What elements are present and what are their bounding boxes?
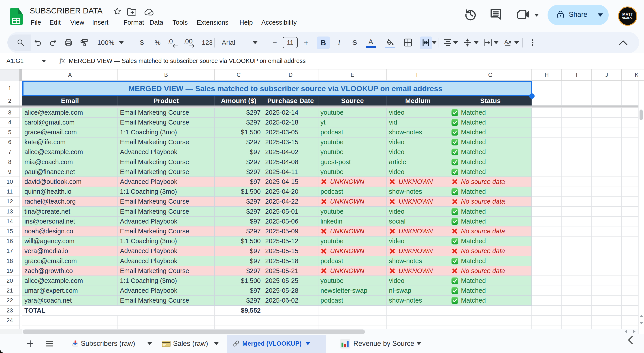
svg-text:A: A: [504, 39, 508, 45]
